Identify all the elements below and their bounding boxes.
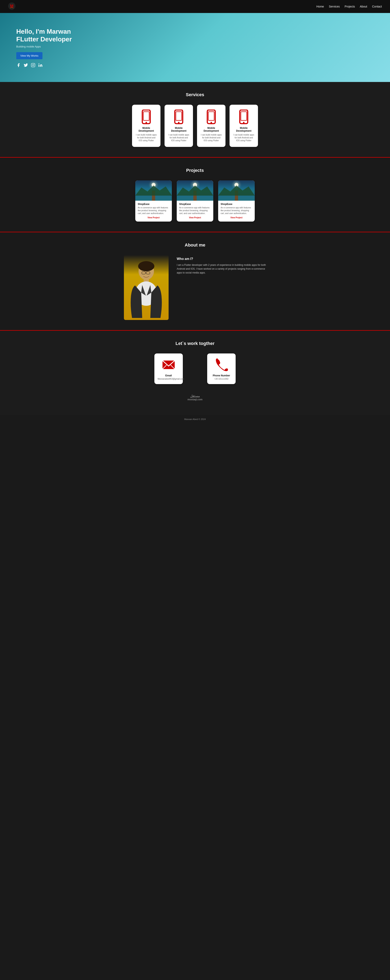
service-card-3: Mobile Development I can build mobile ap… [230,105,258,147]
hero-section: Hello, I'm Marwan FLutter Developer Buil… [0,13,390,82]
email-icon [161,358,176,372]
about-who-title: Who am I? [177,257,266,261]
svg-point-22 [138,261,154,271]
view-project-link-1[interactable]: View Project [179,216,211,219]
service-card-desc-2: I can build mobile apps for both Android… [200,134,222,142]
instagram-icon[interactable] [31,63,35,67]
svg-marker-18 [135,185,172,196]
mobile-icon-0 [140,110,152,126]
watermark-arabic: مستقل [12,394,378,398]
project-image-0 [135,180,172,200]
contact-grid: Email Marwanabed453@gmail.com Phone Numb… [8,353,382,384]
project-card-1: ShopEase An e-commerce app with features… [177,180,213,221]
svg-rect-2 [31,63,35,67]
services-title: Services [8,92,382,97]
nav-home[interactable]: Home [316,5,324,8]
project-card-body-2: ShopEase An e-commerce app with features… [218,200,255,219]
service-card-title-0: Mobile Development [135,127,157,132]
phone-icon [214,358,229,372]
service-card-desc-0: I can build mobile apps for both Android… [135,134,157,142]
contact-title: Let`s work togther [8,341,382,346]
nav-projects[interactable]: Projects [345,5,355,8]
about-container: Who am I? I am a Flutter developer with … [124,255,266,320]
project-card-0: ShopEase An e-commerce app with features… [135,180,172,221]
about-description: I am a Flutter developer with 2 years of… [177,263,266,275]
linkedin-icon[interactable] [38,63,43,67]
nav-logo: M [8,2,16,11]
service-card-0: Mobile Development I can build mobile ap… [132,105,160,147]
facebook-icon[interactable] [16,63,21,67]
project-title-1: ShopEase [179,203,211,205]
footer: Marwan Abed © 2024 [0,415,390,423]
project-desc-2: An e-commerce app with features like pro… [221,206,252,215]
svg-point-8 [145,122,147,123]
services-grid: Mobile Development I can build mobile ap… [8,105,382,147]
service-card-1: Mobile Development I can build mobile ap… [165,105,193,147]
email-icon-wrap [161,358,176,372]
watermark: مستقل mostaql.com [8,390,382,405]
nav-about[interactable]: About [360,5,367,8]
svg-rect-13 [208,112,214,121]
twitter-icon[interactable] [24,63,28,67]
services-section: Services Mobile Development I can build … [0,82,390,157]
phone-icon-wrap [214,358,229,372]
nav-services[interactable]: Services [329,5,340,8]
project-title-0: ShopEase [138,203,169,205]
contact-email-value: Marwanabed453@gmail.com [158,378,179,380]
service-card-title-1: Mobile Development [168,127,190,132]
service-card-2: Mobile Development I can build mobile ap… [197,105,225,147]
projects-section: Projects ShopEase An e-commerce app with… [0,158,390,232]
contact-phone-card: Phone Number +20 101111002 [207,353,236,384]
view-project-link-2[interactable]: View Project [221,216,252,219]
project-title-2: ShopEase [221,203,252,205]
mobile-icon-3 [238,110,250,126]
view-works-button[interactable]: View My Works [16,52,42,59]
watermark-url: mostaql.com [12,398,378,401]
project-desc-1: An e-commerce app with features like pro… [179,206,211,215]
svg-rect-16 [241,112,246,121]
hero-greeting: Hello, I'm Marwan [16,28,71,35]
about-text: Who am I? I am a Flutter developer with … [177,255,266,275]
service-card-desc-3: I can build mobile apps for both Android… [233,134,255,142]
project-card-body-1: ShopEase An e-commerce app with features… [177,200,213,219]
svg-point-11 [178,122,179,123]
hero-content: Hello, I'm Marwan FLutter Developer Buil… [16,28,72,68]
svg-marker-19 [177,185,213,196]
contact-email-title: Email [158,374,179,377]
service-card-title-3: Mobile Development [233,127,255,132]
contact-email-card: Email Marwanabed453@gmail.com [154,353,183,384]
svg-point-3 [32,65,34,66]
social-icons [16,63,72,67]
project-image-2 [218,180,255,200]
project-desc-0: An e-commerce app with features like pro… [138,206,169,215]
footer-text: Marwan Abed © 2024 [184,418,206,420]
projects-grid: ShopEase An e-commerce app with features… [8,180,382,221]
svg-marker-20 [218,185,255,196]
project-card-2: ShopEase An e-commerce app with features… [218,180,255,221]
contact-phone-value: +20 101111002 [211,378,232,380]
service-card-desc-1: I can build mobile apps for both Android… [168,134,190,142]
svg-rect-10 [176,112,182,121]
svg-point-5 [38,63,39,64]
projects-title: Projects [8,168,382,173]
contact-section: Let`s work togther Email Marwanabed453@g… [0,331,390,415]
hero-role: FLutter Developer [16,35,72,43]
project-card-body-0: ShopEase An e-commerce app with features… [135,200,172,219]
about-title: About me [8,242,382,248]
about-section: About me [0,232,390,330]
navbar: M Home Services Projects About Contact [0,0,390,13]
nav-contact[interactable]: Contact [372,5,382,8]
svg-rect-7 [144,112,149,121]
svg-point-14 [211,122,212,123]
nav-links: Home Services Projects About Contact [316,5,382,8]
svg-point-4 [34,64,34,64]
service-card-title-2: Mobile Development [200,127,222,132]
view-project-link-0[interactable]: View Project [138,216,169,219]
project-image-1 [177,180,213,200]
contact-phone-title: Phone Number [211,374,232,377]
about-photo [124,255,169,320]
svg-point-17 [243,122,245,123]
mobile-icon-1 [173,110,185,126]
mobile-icon-2 [205,110,217,126]
hero-subtitle: Building mobile Apps [16,45,72,48]
